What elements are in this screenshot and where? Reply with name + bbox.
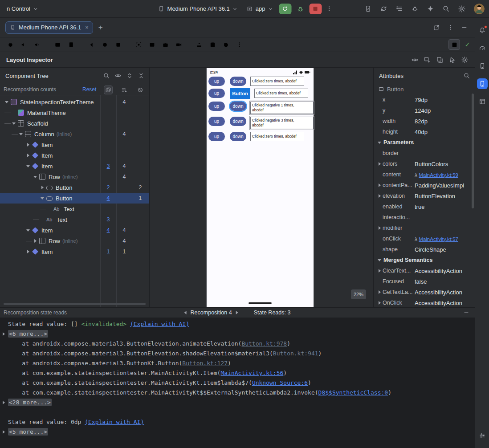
chevron-right-icon[interactable] bbox=[376, 301, 383, 305]
gemini-icon[interactable] bbox=[427, 5, 434, 12]
save-snapshot-icon[interactable] bbox=[207, 39, 218, 50]
tree-node-item-12[interactable]: Item44 bbox=[0, 225, 149, 236]
layout-inspector-icon[interactable] bbox=[477, 96, 488, 107]
console-source-link[interactable]: Button.kt:941 bbox=[273, 350, 318, 357]
console-source-link[interactable]: Button.kt:978 bbox=[241, 340, 287, 347]
tree-node-row-13[interactable]: Row(inline)4 bbox=[0, 236, 149, 246]
rotate-left-icon[interactable] bbox=[52, 39, 63, 50]
more-run-actions-icon[interactable] bbox=[324, 4, 334, 14]
chevron-down-icon[interactable] bbox=[4, 101, 10, 103]
recomposition-count-link[interactable]: 3 bbox=[107, 163, 110, 169]
notifications-bell-icon[interactable] bbox=[477, 25, 488, 36]
tree-node-item-6[interactable]: Item34 bbox=[0, 161, 149, 171]
attribute-source-link[interactable]: MainActivity.kt:59 bbox=[419, 172, 458, 178]
chevron-right-icon[interactable] bbox=[25, 154, 31, 157]
console-fold-expander[interactable]: <28 more...> bbox=[8, 399, 52, 406]
console-source-link[interactable]: (Explain with AI) bbox=[85, 419, 144, 425]
screenshot-icon[interactable] bbox=[133, 39, 144, 50]
prev-recomposition-icon[interactable] bbox=[184, 311, 187, 314]
console-source-link[interactable]: Button.kt:127 bbox=[182, 360, 228, 367]
device-explorer-icon[interactable] bbox=[477, 61, 488, 71]
debug-button[interactable] bbox=[294, 4, 306, 14]
tree-node-scaffold-2[interactable]: Scaffold bbox=[0, 118, 149, 129]
recomposition-count-link[interactable]: 2 bbox=[107, 184, 110, 191]
profiler-icon[interactable] bbox=[477, 43, 488, 53]
device-up-button[interactable]: up bbox=[208, 89, 225, 98]
volume-up-icon[interactable] bbox=[31, 39, 43, 50]
layout-inspector-toggle-icon[interactable] bbox=[448, 39, 460, 50]
console-source-link[interactable]: (Explain with AI) bbox=[130, 321, 189, 327]
device-down-button[interactable]: down bbox=[230, 102, 246, 111]
tree-node-stateinspectiontestertheme-0[interactable]: StateInspectionTesterTheme4 bbox=[0, 97, 149, 107]
console-fold-expander[interactable]: <5 more...> bbox=[8, 428, 48, 436]
volume-down-icon[interactable] bbox=[18, 39, 29, 50]
more-device-actions-icon[interactable] bbox=[233, 39, 245, 50]
screenshot-settings-icon[interactable] bbox=[146, 39, 158, 50]
device-down-button[interactable]: down bbox=[230, 117, 246, 126]
hide-counts-icon[interactable] bbox=[136, 86, 145, 94]
home-button-icon[interactable] bbox=[99, 39, 110, 50]
overview-button-icon[interactable] bbox=[112, 39, 124, 50]
tree-node-text-10[interactable]: AbText bbox=[0, 204, 149, 214]
inspector-settings-gear-icon[interactable] bbox=[461, 56, 469, 64]
tree-node-button-8[interactable]: Button22 bbox=[0, 182, 149, 193]
reset-counts-link[interactable]: Reset bbox=[82, 86, 96, 93]
device-render-pane[interactable]: 2:24 updownClicked zero times, abcdefupB… bbox=[150, 68, 373, 307]
sort-by-counts-icon[interactable] bbox=[120, 86, 129, 94]
chevron-right-icon[interactable] bbox=[25, 143, 31, 147]
console-source-link[interactable]: MainActivity.kt:56 bbox=[220, 370, 283, 376]
chevron-down-icon[interactable] bbox=[376, 142, 383, 144]
tree-node-materialtheme-1[interactable]: MaterialTheme bbox=[0, 107, 149, 118]
device-up-button[interactable]: up bbox=[208, 77, 225, 86]
run-config-selector[interactable]: app bbox=[244, 4, 277, 14]
console-fold-expander[interactable]: <6 more...> bbox=[8, 330, 48, 338]
vcs-widget[interactable]: n Control bbox=[4, 4, 41, 14]
chevron-right-icon[interactable] bbox=[25, 250, 31, 253]
stop-button[interactable] bbox=[309, 4, 322, 14]
task-list-icon[interactable] bbox=[395, 5, 403, 12]
next-recomposition-icon[interactable] bbox=[236, 311, 238, 314]
chevron-down-icon[interactable] bbox=[376, 259, 383, 261]
device-down-button[interactable]: down bbox=[230, 132, 246, 141]
power-button-icon[interactable] bbox=[4, 39, 16, 50]
app-insights-icon[interactable] bbox=[411, 5, 419, 12]
tree-visibility-eye-icon[interactable] bbox=[114, 72, 122, 79]
chevron-down-icon[interactable] bbox=[11, 122, 17, 125]
recomposition-count-link[interactable]: 3 bbox=[107, 216, 110, 223]
fold-chevron-icon[interactable] bbox=[3, 401, 5, 404]
panel-options-icon[interactable] bbox=[447, 24, 454, 31]
device-up-button[interactable]: up bbox=[208, 117, 225, 126]
tree-search-icon[interactable] bbox=[103, 72, 110, 79]
console-source-link[interactable]: Unknown Source:6 bbox=[252, 379, 308, 386]
chevron-right-icon[interactable] bbox=[376, 269, 383, 273]
hide-panel-icon[interactable] bbox=[461, 24, 468, 31]
tab-medium-phone[interactable]: Medium Phone API 36.1 × bbox=[5, 21, 93, 34]
tree-node-item-5[interactable]: Item bbox=[0, 150, 149, 161]
recomposition-count-link[interactable]: 4 bbox=[107, 195, 110, 201]
chevron-down-icon[interactable] bbox=[25, 165, 31, 167]
screen-record-icon[interactable] bbox=[173, 39, 184, 50]
tree-node-item-14[interactable]: Item11 bbox=[0, 246, 149, 257]
run-button[interactable] bbox=[279, 4, 291, 14]
chevron-down-icon[interactable] bbox=[25, 229, 31, 232]
device-selector[interactable]: Medium Phone API 36.1 bbox=[155, 4, 241, 14]
recomposition-count-link[interactable]: 4 bbox=[107, 227, 110, 233]
device-streaming-icon[interactable] bbox=[364, 5, 372, 12]
search-icon[interactable] bbox=[442, 5, 450, 12]
select-mode-cursor-icon[interactable] bbox=[448, 56, 456, 64]
tune-sliders-icon[interactable] bbox=[477, 430, 488, 441]
fold-chevron-icon[interactable] bbox=[3, 332, 5, 336]
device-down-button[interactable]: down bbox=[230, 77, 246, 86]
user-avatar[interactable] bbox=[474, 4, 485, 14]
restore-snapshot-icon[interactable] bbox=[220, 39, 232, 50]
attribute-source-link[interactable]: MainActivity.kt:57 bbox=[419, 236, 458, 242]
device-up-button[interactable]: up bbox=[208, 132, 225, 141]
chevron-right-icon[interactable] bbox=[39, 186, 45, 189]
chevron-down-icon[interactable] bbox=[18, 133, 24, 135]
settings-gear-icon[interactable] bbox=[458, 5, 466, 13]
chevron-down-icon[interactable] bbox=[32, 176, 38, 178]
collapse-all-icon[interactable] bbox=[138, 72, 145, 79]
tree-node-text-11[interactable]: AbText3 bbox=[0, 214, 149, 225]
upload-icon[interactable] bbox=[193, 39, 205, 50]
apply-check-icon[interactable]: ✓ bbox=[465, 41, 470, 49]
